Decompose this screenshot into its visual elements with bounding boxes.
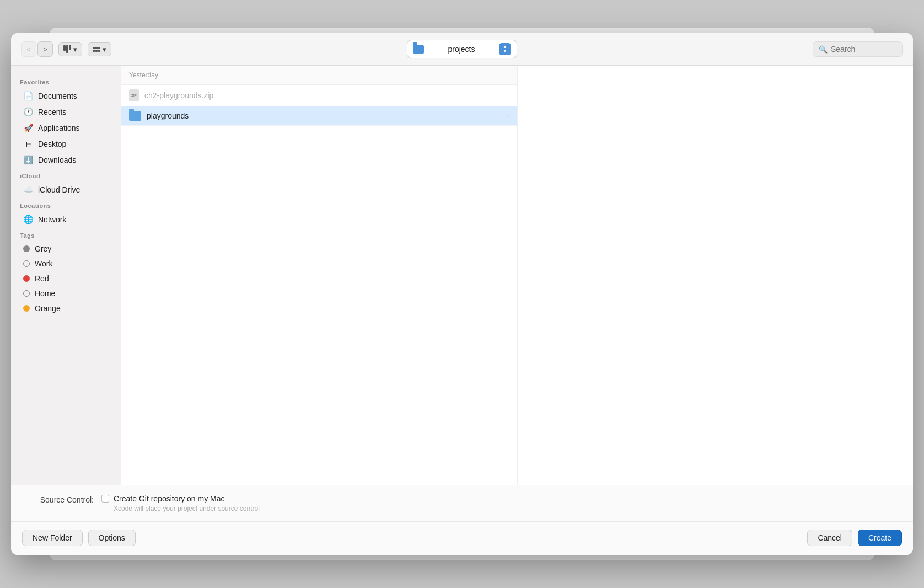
grey-tag-dot xyxy=(23,245,30,252)
sidebar-item-icloud[interactable]: ☁️ iCloud Drive xyxy=(14,182,117,197)
column-view-button[interactable]: ▾ xyxy=(58,42,82,56)
sidebar-item-label: Work xyxy=(35,259,52,268)
cloud-icon: ☁️ xyxy=(23,185,33,195)
favorites-label: Favorites xyxy=(11,74,121,88)
sidebar-item-label: Applications xyxy=(38,124,80,132)
sidebar-item-label: Desktop xyxy=(38,140,66,148)
sidebar-item-applications[interactable]: 🚀 Applications xyxy=(14,120,117,136)
source-hint: Xcode will place your project under sour… xyxy=(114,505,260,512)
network-icon: 🌐 xyxy=(23,215,33,224)
sidebar-item-home[interactable]: Home xyxy=(14,286,117,301)
sidebar-item-label: Documents xyxy=(38,92,77,100)
file-name: playgrounds xyxy=(147,111,189,120)
file-pane: Yesterday ch2-playgrounds.zip playground… xyxy=(121,66,518,485)
icloud-label: iCloud xyxy=(11,168,121,181)
download-icon: ⬇️ xyxy=(23,155,33,165)
location-folder-icon xyxy=(413,45,424,54)
file-item-zip[interactable]: ch2-playgrounds.zip xyxy=(121,85,517,106)
orange-tag-dot xyxy=(23,305,30,312)
grid-view-button[interactable]: ▾ xyxy=(88,42,111,56)
footer-right-buttons: Cancel Create xyxy=(807,530,902,546)
desktop-icon: 🖥 xyxy=(23,139,33,149)
search-icon: 🔍 xyxy=(819,45,828,54)
location-name: projects xyxy=(428,45,495,54)
forward-button[interactable]: > xyxy=(37,41,53,57)
location-pill[interactable]: projects ▲ ▼ xyxy=(407,40,517,58)
source-control-row: Source Control: Create Git repository on… xyxy=(22,494,902,512)
location-arrows: ▲ ▼ xyxy=(499,43,511,55)
sidebar-item-work[interactable]: Work xyxy=(14,256,117,271)
chevron-right-icon: › xyxy=(507,112,509,120)
zip-file-icon xyxy=(129,89,139,101)
file-list: ch2-playgrounds.zip playgrounds › xyxy=(121,85,517,485)
search-input[interactable] xyxy=(831,45,897,54)
create-button[interactable]: Create xyxy=(858,530,902,546)
source-control-label: Source Control: xyxy=(22,494,94,504)
footer-buttons: New Folder Options Cancel Create xyxy=(11,521,913,555)
sidebar-item-label: Red xyxy=(35,274,49,283)
content-area: Favorites 📄 Documents 🕐 Recents 🚀 Applic… xyxy=(11,66,913,485)
git-checkbox[interactable] xyxy=(101,495,109,503)
cancel-button[interactable]: Cancel xyxy=(807,530,852,546)
footer-left-buttons: New Folder Options xyxy=(22,530,136,546)
sidebar-item-network[interactable]: 🌐 Network xyxy=(14,212,117,227)
column-view-chevron: ▾ xyxy=(73,45,77,54)
file-date-group: Yesterday xyxy=(121,66,517,85)
home-tag-dot xyxy=(23,290,30,297)
grid-view-chevron: ▾ xyxy=(103,45,106,54)
sidebar-item-label: Grey xyxy=(35,244,51,253)
sidebar-item-orange[interactable]: Orange xyxy=(14,301,117,316)
folder-icon xyxy=(129,111,141,121)
clock-icon: 🕐 xyxy=(23,107,33,117)
work-tag-dot xyxy=(23,260,30,267)
sidebar-item-red[interactable]: Red xyxy=(14,271,117,286)
sidebar-item-label: Downloads xyxy=(38,156,76,164)
options-button[interactable]: Options xyxy=(88,530,136,546)
grid-view-icon xyxy=(93,47,100,52)
back-button[interactable]: < xyxy=(21,41,36,57)
git-checkbox-row: Create Git repository on my Mac xyxy=(101,494,260,503)
sidebar-item-desktop[interactable]: 🖥 Desktop xyxy=(14,136,117,152)
new-folder-button[interactable]: New Folder xyxy=(22,530,83,546)
apps-icon: 🚀 xyxy=(23,123,33,133)
red-tag-dot xyxy=(23,275,30,282)
source-control-bar: Source Control: Create Git repository on… xyxy=(11,485,913,521)
file-name: ch2-playgrounds.zip xyxy=(144,91,213,100)
column-view-icon xyxy=(63,45,71,53)
sidebar-item-recents[interactable]: 🕐 Recents xyxy=(14,104,117,120)
doc-icon: 📄 xyxy=(23,91,33,101)
locations-label: Locations xyxy=(11,198,121,211)
location-bar: projects ▲ ▼ xyxy=(117,40,807,58)
source-control-content: Create Git repository on my Mac Xcode wi… xyxy=(101,494,260,512)
sidebar-item-label: Home xyxy=(35,289,55,298)
search-bar[interactable]: 🔍 xyxy=(813,41,903,57)
tags-label: Tags xyxy=(11,228,121,241)
sidebar-item-grey[interactable]: Grey xyxy=(14,242,117,256)
sidebar-item-label: Recents xyxy=(38,108,66,116)
sidebar: Favorites 📄 Documents 🕐 Recents 🚀 Applic… xyxy=(11,66,121,485)
preview-pane xyxy=(518,66,914,485)
sidebar-item-label: Network xyxy=(38,215,66,224)
sidebar-item-downloads[interactable]: ⬇️ Downloads xyxy=(14,152,117,168)
file-item-playgrounds[interactable]: playgrounds › xyxy=(121,106,517,126)
nav-button-group: < > xyxy=(21,41,53,57)
sidebar-item-label: Orange xyxy=(35,304,61,313)
git-checkbox-label: Create Git repository on my Mac xyxy=(114,494,225,503)
file-dialog: < > ▾ ▾ projects ▲ ▼ xyxy=(11,33,913,555)
sidebar-item-documents[interactable]: 📄 Documents xyxy=(14,88,117,104)
sidebar-item-label: iCloud Drive xyxy=(38,185,80,194)
toolbar: < > ▾ ▾ projects ▲ ▼ xyxy=(11,33,913,66)
